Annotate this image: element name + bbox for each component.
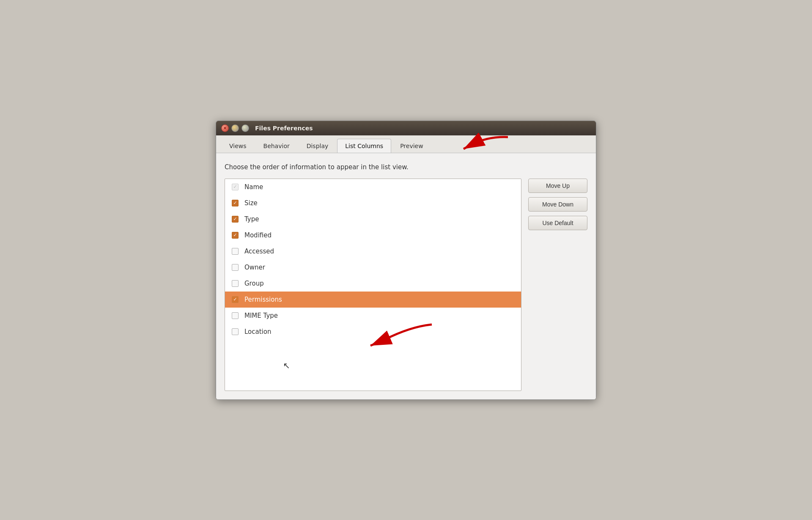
- checkbox-name[interactable]: ✓: [231, 183, 239, 191]
- item-label-mime-type: MIME Type: [244, 312, 278, 319]
- main-area: ✓ Name ✓ Size ✓ Type: [225, 179, 587, 391]
- window-title: Files Preferences: [255, 125, 313, 132]
- list-item-type[interactable]: ✓ Type: [225, 211, 521, 227]
- checkbox-modified[interactable]: ✓: [231, 231, 239, 239]
- tab-behavior[interactable]: Behavior: [255, 139, 298, 153]
- item-label-group: Group: [244, 280, 264, 287]
- tab-bar: Views Behavior Display List Columns Prev…: [216, 135, 596, 153]
- buttons-area: Move Up Move Down Use Default: [528, 179, 587, 230]
- content-area: Choose the order of information to appea…: [216, 153, 596, 399]
- list-empty-space: [225, 340, 521, 391]
- checkbox-size-icon: ✓: [232, 200, 239, 206]
- item-label-accessed: Accessed: [244, 248, 274, 255]
- checkbox-permissions-icon: ✓: [232, 296, 239, 303]
- checkbox-accessed[interactable]: [231, 247, 239, 256]
- item-label-owner: Owner: [244, 264, 265, 271]
- checkbox-mime-type-icon: [232, 312, 239, 319]
- checkbox-name-icon: ✓: [232, 184, 239, 190]
- checkbox-modified-icon: ✓: [232, 232, 239, 239]
- checkbox-type[interactable]: ✓: [231, 215, 239, 223]
- preferences-window: × Files Preferences Views Behavior Displ…: [216, 121, 596, 400]
- list-item-owner[interactable]: Owner: [225, 259, 521, 275]
- list-item-name[interactable]: ✓ Name: [225, 179, 521, 195]
- item-label-permissions: Permissions: [244, 296, 282, 303]
- item-label-type: Type: [244, 215, 259, 223]
- window-controls: ×: [221, 124, 249, 132]
- checkbox-location[interactable]: [231, 327, 239, 336]
- use-default-button[interactable]: Use Default: [528, 216, 587, 230]
- move-down-button[interactable]: Move Down: [528, 197, 587, 212]
- list-item-accessed[interactable]: Accessed: [225, 243, 521, 259]
- item-label-name: Name: [244, 183, 263, 191]
- checkbox-permissions[interactable]: ✓: [231, 295, 239, 304]
- checkbox-owner[interactable]: [231, 263, 239, 272]
- checkbox-accessed-icon: [232, 248, 239, 255]
- item-label-location: Location: [244, 328, 271, 336]
- list-item-mime-type[interactable]: MIME Type: [225, 308, 521, 324]
- checkbox-group-icon: [232, 280, 239, 287]
- description-text: Choose the order of information to appea…: [225, 163, 587, 171]
- checkbox-mime-type[interactable]: [231, 311, 239, 320]
- tab-display[interactable]: Display: [299, 139, 337, 153]
- move-up-button[interactable]: Move Up: [528, 179, 587, 193]
- checkbox-location-icon: [232, 328, 239, 335]
- minimize-button[interactable]: [231, 124, 239, 132]
- title-bar: × Files Preferences: [216, 121, 596, 135]
- checkbox-group[interactable]: [231, 279, 239, 288]
- maximize-button[interactable]: [241, 124, 249, 132]
- checkbox-owner-icon: [232, 264, 239, 271]
- columns-list: ✓ Name ✓ Size ✓ Type: [225, 179, 521, 391]
- item-label-size: Size: [244, 199, 258, 207]
- list-item-modified[interactable]: ✓ Modified: [225, 227, 521, 243]
- close-button[interactable]: ×: [221, 124, 229, 132]
- checkbox-type-icon: ✓: [232, 216, 239, 223]
- checkbox-size[interactable]: ✓: [231, 199, 239, 207]
- tab-list-columns[interactable]: List Columns: [337, 139, 391, 153]
- tab-views[interactable]: Views: [221, 139, 255, 153]
- tab-preview[interactable]: Preview: [392, 139, 431, 153]
- item-label-modified: Modified: [244, 231, 272, 239]
- list-item-location[interactable]: Location: [225, 324, 521, 340]
- list-item-group[interactable]: Group: [225, 275, 521, 292]
- list-item-size[interactable]: ✓ Size: [225, 195, 521, 211]
- list-item-permissions[interactable]: ✓ Permissions: [225, 292, 521, 308]
